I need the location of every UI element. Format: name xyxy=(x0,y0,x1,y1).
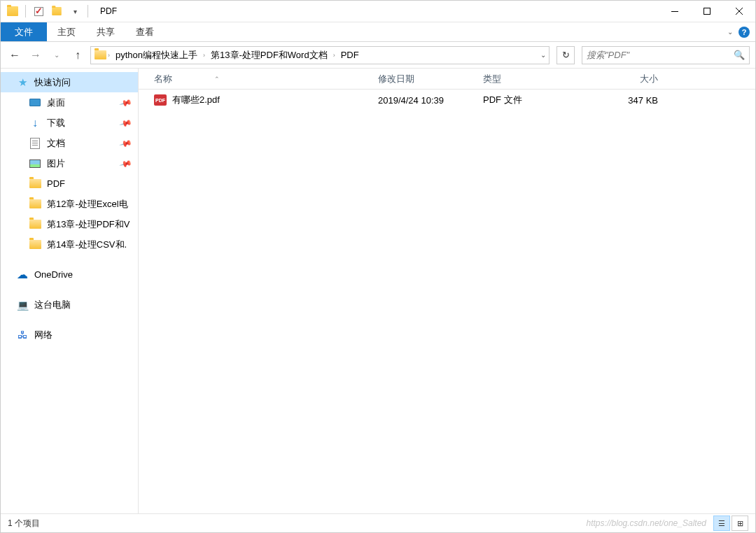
item-count: 1 个项目 xyxy=(8,518,40,530)
folder-icon xyxy=(29,178,41,190)
svg-rect-1 xyxy=(704,8,710,15)
network-icon: 🖧 xyxy=(16,329,29,341)
folder-icon xyxy=(29,218,41,231)
sidebar-item-label: 网络 xyxy=(34,329,52,341)
window-title: PDF xyxy=(94,6,117,16)
file-type: PDF 文件 xyxy=(483,94,588,106)
sidebar-item-label: 第12章-处理Excel电 xyxy=(47,198,128,211)
star-icon: ★ xyxy=(16,76,29,89)
pdf-icon: PDF xyxy=(154,94,167,106)
help-icon[interactable]: ? xyxy=(738,27,750,38)
chevron-right-icon[interactable]: › xyxy=(332,52,337,59)
up-button[interactable]: ↑ xyxy=(69,47,86,64)
app-icon[interactable] xyxy=(4,3,21,20)
recent-dropdown[interactable]: ⌄ xyxy=(48,47,65,64)
sidebar-item-label: PDF xyxy=(47,178,65,189)
tab-share[interactable]: 共享 xyxy=(86,22,125,41)
refresh-button[interactable]: ↻ xyxy=(556,46,575,64)
sidebar-item-label: OneDrive xyxy=(34,269,73,280)
window-controls xyxy=(659,1,755,22)
address-bar[interactable]: › python编程快速上手 › 第13章-处理PDF和Word文档 › PDF… xyxy=(90,46,550,64)
folder-icon xyxy=(29,239,41,251)
sidebar-item-label: 文档 xyxy=(47,137,65,150)
navigation-pane: ★ 快速访问 桌面 📌 ↓ 下载 📌 文档 📌 图片 📌 PDF xyxy=(1,69,139,513)
sidebar-item-label: 快速访问 xyxy=(34,76,71,89)
sidebar-item-downloads[interactable]: ↓ 下载 📌 xyxy=(1,113,138,133)
sidebar-item-network[interactable]: 🖧 网络 xyxy=(1,325,138,345)
chevron-right-icon[interactable]: › xyxy=(106,52,111,59)
separator xyxy=(88,5,88,17)
close-button[interactable] xyxy=(723,1,755,22)
ribbon-tabs: 文件 主页 共享 查看 ⌄ ? xyxy=(1,22,755,42)
icons-view-button[interactable]: ⊞ xyxy=(732,516,748,531)
qat-dropdown-icon[interactable]: ▾ xyxy=(66,3,83,20)
tab-home[interactable]: 主页 xyxy=(47,22,86,41)
file-row[interactable]: PDF 有哪些2.pdf 2019/4/24 10:39 PDF 文件 347 … xyxy=(139,90,755,111)
sidebar-item-desktop[interactable]: 桌面 📌 xyxy=(1,92,138,113)
breadcrumb[interactable]: 第13章-处理PDF和Word文档 xyxy=(206,47,332,64)
view-toggles: ☰ ⊞ xyxy=(713,516,748,531)
search-placeholder: 搜索"PDF" xyxy=(587,49,629,62)
content-area: ★ 快速访问 桌面 📌 ↓ 下载 📌 文档 📌 图片 📌 PDF xyxy=(1,69,755,513)
file-name: 有哪些2.pdf xyxy=(172,94,220,106)
breadcrumb[interactable]: python编程快速上手 xyxy=(111,47,202,64)
minimize-button[interactable] xyxy=(659,1,691,22)
sidebar-item-folder12[interactable]: 第12章-处理Excel电 xyxy=(1,194,138,214)
ribbon-right: ⌄ ? xyxy=(727,22,755,41)
sidebar-item-label: 这台电脑 xyxy=(34,299,71,311)
column-header-name[interactable]: 名称 ⌃ xyxy=(154,73,378,85)
quick-access-toolbar: ▾ xyxy=(1,3,94,20)
address-dropdown[interactable]: ⌄ xyxy=(540,51,546,59)
sidebar-item-folder14[interactable]: 第14章-处理CSV和. xyxy=(1,234,138,255)
details-view-button[interactable]: ☰ xyxy=(713,516,730,531)
pin-icon: 📌 xyxy=(119,157,133,171)
sidebar-item-documents[interactable]: 文档 📌 xyxy=(1,133,138,153)
sidebar-item-quick-access[interactable]: ★ 快速访问 xyxy=(1,72,138,92)
qat-folder-icon[interactable] xyxy=(48,3,65,20)
sort-caret-icon: ⌃ xyxy=(214,76,220,83)
breadcrumb[interactable]: PDF xyxy=(337,47,363,64)
sidebar-item-label: 桌面 xyxy=(47,97,65,109)
sidebar-item-label: 下载 xyxy=(47,117,65,129)
status-bar: 1 个项目 https://blog.csdn.net/one_Salted ☰… xyxy=(1,513,755,532)
sidebar-item-folder13[interactable]: 第13章-处理PDF和V xyxy=(1,214,138,234)
file-date: 2019/4/24 10:39 xyxy=(378,95,483,106)
watermark-text: https://blog.csdn.net/one_Salted xyxy=(587,518,706,528)
column-header-type[interactable]: 类型 xyxy=(483,73,588,85)
sidebar-item-label: 第13章-处理PDF和V xyxy=(47,218,130,231)
search-input[interactable]: 搜索"PDF" 🔍 xyxy=(582,46,750,64)
chevron-right-icon[interactable]: › xyxy=(202,52,206,59)
sidebar-item-label: 图片 xyxy=(47,157,65,170)
maximize-button[interactable] xyxy=(691,1,723,22)
document-icon xyxy=(29,137,41,150)
download-icon: ↓ xyxy=(29,117,41,129)
svg-rect-0 xyxy=(671,11,678,12)
address-folder-icon xyxy=(94,49,106,62)
file-list: 名称 ⌃ 修改日期 类型 大小 PDF 有哪些2.pdf 2019/4/24 1… xyxy=(139,69,755,513)
pin-icon: 📌 xyxy=(119,96,133,110)
tab-view[interactable]: 查看 xyxy=(125,22,164,41)
desktop-icon xyxy=(29,97,41,109)
sidebar-item-thispc[interactable]: 💻 这台电脑 xyxy=(1,294,138,315)
sidebar-item-pictures[interactable]: 图片 📌 xyxy=(1,153,138,173)
column-header-size[interactable]: 大小 xyxy=(588,73,658,85)
sidebar-item-label: 第14章-处理CSV和. xyxy=(47,239,127,251)
forward-button[interactable]: → xyxy=(27,47,44,64)
separator xyxy=(25,5,26,17)
pin-icon: 📌 xyxy=(119,136,133,150)
tab-file[interactable]: 文件 xyxy=(1,22,47,41)
onedrive-icon: ☁ xyxy=(16,269,29,281)
pin-icon: 📌 xyxy=(119,116,133,130)
back-button[interactable]: ← xyxy=(6,47,23,64)
qat-checkbox[interactable] xyxy=(30,3,47,20)
sidebar-item-pdf[interactable]: PDF xyxy=(1,173,138,194)
expand-ribbon-icon[interactable]: ⌄ xyxy=(727,28,733,36)
pc-icon: 💻 xyxy=(16,299,29,311)
sidebar-item-onedrive[interactable]: ☁ OneDrive xyxy=(1,264,138,285)
pictures-icon xyxy=(29,157,41,170)
search-icon[interactable]: 🔍 xyxy=(734,50,745,60)
folder-icon xyxy=(29,198,41,211)
column-header-date[interactable]: 修改日期 xyxy=(378,73,483,85)
navigation-bar: ← → ⌄ ↑ › python编程快速上手 › 第13章-处理PDF和Word… xyxy=(1,42,755,69)
file-name-cell: PDF 有哪些2.pdf xyxy=(154,94,378,106)
